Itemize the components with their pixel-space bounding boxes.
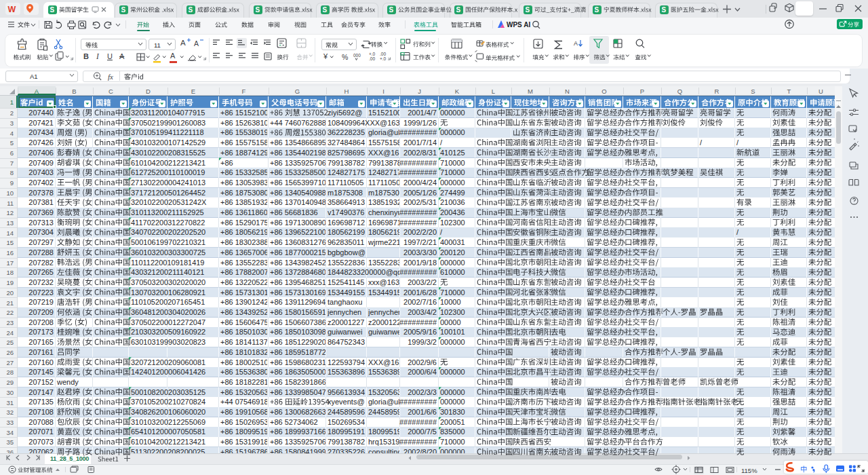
svg-text:S: S	[256, 6, 260, 14]
svg-text:S: S	[389, 6, 394, 14]
svg-text:S: S	[50, 6, 55, 14]
svg-text:S: S	[662, 6, 667, 14]
svg-text:S: S	[526, 6, 530, 14]
svg-text:W: W	[8, 5, 16, 14]
svg-text:S: S	[595, 6, 599, 14]
svg-text:000: 000	[353, 53, 361, 58]
svg-text:+.0: +.0	[380, 56, 387, 61]
svg-text:.00: .00	[369, 56, 375, 61]
svg-text:S: S	[121, 6, 126, 14]
svg-text:S: S	[456, 6, 461, 14]
svg-text:S: S	[189, 6, 193, 14]
svg-text:fx: fx	[108, 73, 113, 81]
svg-text:A: A	[574, 40, 578, 47]
svg-text:+.0: +.0	[369, 52, 376, 56]
svg-text:.00: .00	[380, 52, 386, 56]
svg-text:S: S	[323, 6, 328, 14]
